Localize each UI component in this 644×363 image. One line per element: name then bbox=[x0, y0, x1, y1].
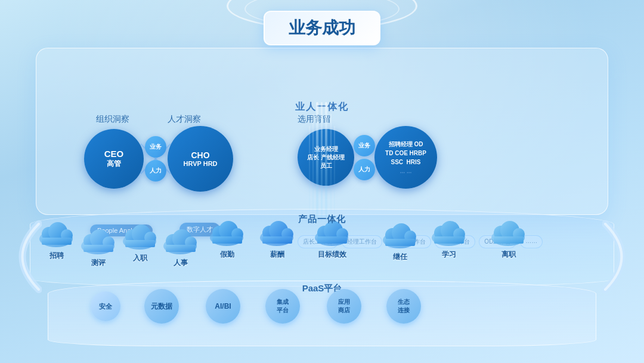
svg-rect-13 bbox=[42, 238, 72, 245]
main-title: 业务成功 bbox=[264, 11, 380, 45]
cloud-label-xuexi: 学习 bbox=[442, 250, 456, 260]
ceo-circle: CEO 高管 bbox=[84, 129, 144, 189]
paas-item-yuanshuju: 元数据 bbox=[144, 289, 179, 324]
business-badge-left: 业务 bbox=[145, 136, 166, 158]
cloud-item-jiaqin: 假勤 bbox=[208, 220, 246, 260]
svg-rect-58 bbox=[494, 236, 524, 244]
main-card: 业人一体化 组织洞察 人才洞察 CEO 高管 业务 人力 bbox=[36, 48, 608, 215]
svg-rect-3 bbox=[321, 102, 323, 222]
cloud-item-ruzhi: 入职 bbox=[120, 223, 159, 263]
hr-badge-left: 人力 bbox=[145, 160, 166, 182]
paas-item-shengtai: 生态连接 bbox=[386, 289, 421, 324]
svg-rect-8 bbox=[334, 126, 335, 222]
svg-rect-18 bbox=[83, 245, 113, 252]
cloud-label-ruzhi: 入职 bbox=[133, 253, 147, 263]
svg-rect-23 bbox=[125, 240, 155, 247]
cloud-item-jiren: 继任 bbox=[380, 222, 419, 262]
left-label-2: 人才洞察 bbox=[168, 114, 201, 125]
svg-rect-28 bbox=[166, 245, 196, 252]
paas-circle-yingyong: 应用商店 bbox=[327, 289, 361, 324]
subtitle-product: 产品一体化 bbox=[298, 214, 346, 225]
paas-item-jiicheng: 集成平台 bbox=[265, 289, 300, 324]
svg-rect-33 bbox=[212, 236, 242, 244]
left-label-1: 组织洞察 bbox=[96, 114, 129, 125]
cho-circle: CHO HRVP HRD bbox=[168, 126, 233, 192]
svg-rect-2 bbox=[316, 102, 318, 222]
left-circles-group: CEO 高管 业务 人力 CHO HRVP HRD bbox=[84, 126, 233, 192]
paas-circle-shengtai: 生态连接 bbox=[386, 289, 421, 324]
cloud-item-mubiao: 目标绩效 bbox=[312, 220, 351, 260]
paas-circle-aibi: AI/BI bbox=[206, 289, 240, 324]
svg-rect-48 bbox=[385, 239, 415, 246]
cloud-label-mubiao: 目标绩效 bbox=[318, 250, 346, 260]
light-beams bbox=[298, 102, 346, 222]
cloud-label-zhaopin: 招聘 bbox=[49, 251, 64, 261]
hr-badge-right: 人力 bbox=[354, 159, 375, 180]
cloud-item-zhaopin: 招聘 bbox=[37, 221, 76, 261]
svg-rect-38 bbox=[262, 236, 292, 244]
cloud-label-xinchou: 薪酬 bbox=[270, 250, 284, 260]
paas-circle-jicheng: 集成平台 bbox=[265, 289, 300, 324]
cloud-item-renshi: 人事 bbox=[161, 228, 200, 268]
cloud-item-lizhi: 离职 bbox=[489, 220, 528, 260]
paas-circle-anquan: 安全 bbox=[91, 291, 120, 321]
ceo-line2: 高管 bbox=[107, 159, 121, 169]
cho-line1: CHO bbox=[191, 150, 209, 160]
paas-item-yingyong: 应用商店 bbox=[327, 289, 361, 324]
hr-roles-text: 招聘经理 OD TD COE HRBP SSC HRIS ... ... bbox=[385, 140, 426, 176]
cloud-item-xuexi: 学习 bbox=[429, 220, 468, 260]
paas-item-anquan: 安全 bbox=[91, 291, 120, 321]
cloud-label-jiren: 继任 bbox=[393, 252, 407, 262]
svg-rect-43 bbox=[317, 236, 347, 244]
paas-item-aibi: AI/BI bbox=[206, 289, 240, 324]
svg-rect-6 bbox=[330, 114, 332, 222]
svg-rect-7 bbox=[309, 126, 310, 222]
svg-rect-5 bbox=[312, 114, 314, 222]
right-arrow bbox=[602, 212, 644, 302]
cloud-label-ceping: 测评 bbox=[91, 258, 106, 268]
svg-rect-53 bbox=[434, 236, 464, 244]
cloud-label-renshi: 人事 bbox=[174, 258, 188, 268]
cloud-label-jiaqin: 假勤 bbox=[220, 250, 234, 260]
cloud-item-xinchou: 薪酬 bbox=[258, 220, 296, 260]
cloud-label-lizhi: 离职 bbox=[501, 250, 516, 260]
cloud-item-ceping: 测评 bbox=[79, 228, 117, 268]
ceo-line1: CEO bbox=[104, 149, 124, 159]
business-badge-right: 业务 bbox=[354, 135, 375, 156]
hr-roles-circle: 招聘经理 OD TD COE HRBP SSC HRIS ... ... bbox=[374, 126, 437, 189]
left-arrow bbox=[0, 212, 42, 302]
paas-circle-yuanshuju: 元数据 bbox=[144, 289, 179, 324]
svg-rect-4 bbox=[325, 102, 327, 222]
cho-line2: HRVP HRD bbox=[183, 160, 217, 167]
